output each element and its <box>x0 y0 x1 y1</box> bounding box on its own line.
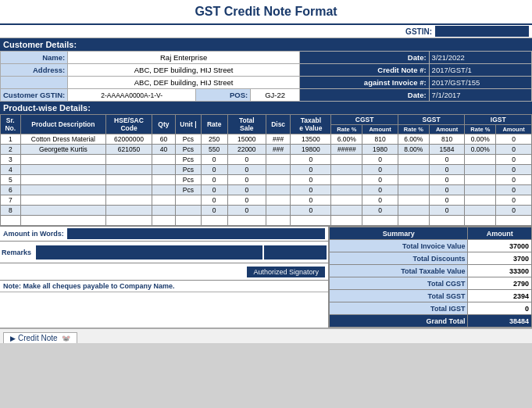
pos-label: POS: <box>196 89 251 102</box>
remarks-row: Remarks <box>0 242 328 263</box>
name-value: Raj Enterprise <box>68 52 300 64</box>
address-label: Address: <box>1 64 68 77</box>
remarks-label: Remarks <box>2 249 31 256</box>
th-igst-rate: Rate % <box>465 125 496 134</box>
gstin-cust-label: Customer GSTIN: <box>1 89 68 102</box>
pos-value: GJ-22 <box>251 89 300 102</box>
authorized-label: Authorized Signatory <box>247 267 325 277</box>
th-unit: Unit | <box>175 115 201 134</box>
table-row: 6Pcs000000 <box>1 185 532 195</box>
th-hse: HSE/SACCode <box>106 115 152 134</box>
remarks-box[interactable] <box>36 245 262 259</box>
credit-note-tab[interactable]: ▶ Credit Note 🐭 <box>3 332 77 343</box>
summary-value-0: 37000 <box>468 240 532 252</box>
summary-label-4: Total SGST <box>330 290 468 302</box>
gstin-cust-value: 2-AAAAA0000A-1-V- <box>68 89 196 102</box>
address2-value: ABC, DEF building, HIJ Street <box>68 77 300 89</box>
name-label: Name: <box>1 52 68 64</box>
gstin-value[interactable] <box>435 26 529 37</box>
summary-label-2: Total Taxable Value <box>330 265 468 277</box>
summary-table: Summary Amount Total Invoice Value 37000… <box>329 227 532 327</box>
date2-value: 7/1/2017 <box>429 89 531 102</box>
amount-words-row: Amount in Words: <box>0 227 328 242</box>
th-cgst: CGST <box>331 115 398 125</box>
date2-label: Date: <box>299 89 429 102</box>
customer-table: Name: Raj Enterprise Date: 3/21/2022 Add… <box>0 51 532 102</box>
summary-label-3: Total CGST <box>330 277 468 290</box>
note-row: Note: Make all cheques payable to Compan… <box>0 281 328 292</box>
product-table: Sr.No. Product Description HSE/SACCode Q… <box>0 114 532 226</box>
th-sr: Sr.No. <box>1 115 21 134</box>
th-igst: IGST <box>465 115 532 125</box>
tab-extra: 🐭 <box>62 335 70 342</box>
summary-value-2: 33300 <box>468 265 532 277</box>
th-cgst-rate: Rate % <box>331 125 362 134</box>
credit-note-label: Credit Note #: <box>299 64 429 77</box>
th-qty: Qty <box>152 115 175 134</box>
gstin-row: GSTIN: <box>0 25 532 38</box>
summary-value-4: 2394 <box>468 290 532 302</box>
summary-label-0: Total Invoice Value <box>330 240 468 252</box>
authorized-row: Authorized Signatory <box>0 263 328 281</box>
bottom-section: Amount in Words: Remarks Authorized Sign… <box>0 226 532 327</box>
against-invoice-label: against Invoice #: <box>299 77 429 89</box>
remarks-right-box <box>264 245 327 259</box>
summary-amount-heading: Amount <box>468 227 532 240</box>
summary-value-5: 0 <box>468 302 532 315</box>
th-sgst-rate: Rate % <box>398 125 429 134</box>
summary-label-1: Total Discounts <box>330 252 468 265</box>
product-details-header: Product-wise Details: <box>0 102 532 114</box>
summary-section: Summary Amount Total Invoice Value 37000… <box>329 227 532 327</box>
against-invoice-value: 2017/GST/155 <box>429 77 531 89</box>
table-row: 4Pcs000000 <box>1 165 532 175</box>
th-sgst-amt: Amount <box>429 125 465 134</box>
tab-icon: ▶ <box>10 335 16 342</box>
date-value: 3/21/2022 <box>429 52 531 64</box>
table-row: 7000000 <box>1 195 532 206</box>
total-row: Total37000###3330027902394 <box>1 216 532 226</box>
table-row: 5Pcs000000 <box>1 175 532 185</box>
left-bottom: Amount in Words: Remarks Authorized Sign… <box>0 227 329 327</box>
address1-value: ABC, DEF building, HIJ Street <box>68 64 300 77</box>
spreadsheet: GST Credit Note Format GSTIN: Customer D… <box>0 0 532 343</box>
address-label2 <box>1 77 68 89</box>
table-row: 2Georgette Kurtis62105040Pcs55022000###1… <box>1 145 532 155</box>
th-taxable: Taxable Value <box>291 115 331 134</box>
grand-total-label: Grand Total <box>330 315 468 327</box>
amount-words-label: Amount in Words: <box>3 230 64 238</box>
page-title: GST Credit Note Format <box>0 0 532 25</box>
amount-words-box[interactable] <box>67 228 325 239</box>
th-cgst-amt: Amount <box>362 125 398 134</box>
th-product: Product Description <box>20 115 106 134</box>
th-igst-amt: Amount <box>496 125 532 134</box>
table-row: 3Pcs000000 <box>1 155 532 165</box>
summary-value-3: 2790 <box>468 277 532 290</box>
th-total: TotalSale <box>227 115 266 134</box>
table-row: 1Cotton Dress Material6200000060Pcs25015… <box>1 134 532 145</box>
credit-note-value: 2017/GST/1 <box>429 64 531 77</box>
grand-total-value: 38484 <box>468 315 532 327</box>
summary-label-5: Total IGST <box>330 302 468 315</box>
th-disc: Disc <box>266 115 290 134</box>
table-row: 8000000 <box>1 206 532 216</box>
th-rate: Rate <box>201 115 227 134</box>
summary-heading: Summary <box>330 227 468 240</box>
date-label: Date: <box>299 52 429 64</box>
tab-label: Credit Note <box>18 334 58 342</box>
tab-bar: ▶ Credit Note 🐭 <box>0 327 532 343</box>
th-sgst: SGST <box>398 115 465 125</box>
summary-value-1: 3700 <box>468 252 532 265</box>
customer-details-header: Customer Details: <box>0 38 532 51</box>
gstin-label: GSTIN: <box>405 27 432 36</box>
